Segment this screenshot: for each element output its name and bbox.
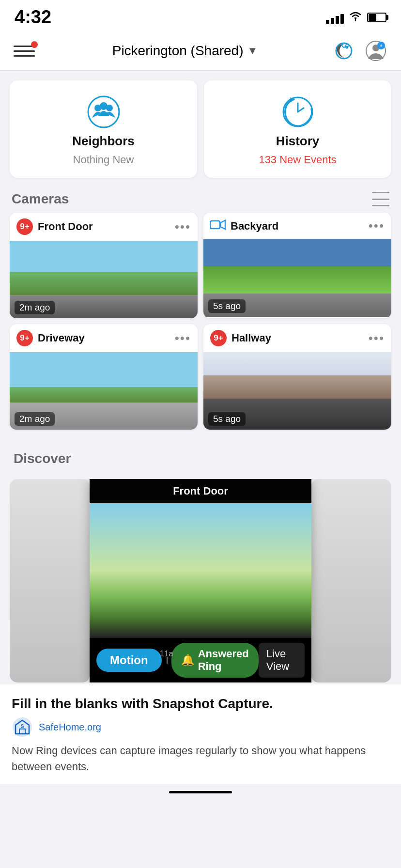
home-indicator: [169, 791, 232, 793]
chevron-down-icon: ▼: [247, 45, 258, 57]
cameras-title: Cameras: [12, 191, 69, 207]
signal-icon: [326, 11, 344, 24]
camera-name: Hallway: [231, 332, 271, 344]
camera-name: Backyard: [231, 220, 278, 232]
location-name: Pickerington (Shared): [112, 43, 244, 59]
moon-mode-button[interactable]: [332, 39, 355, 62]
camera-card-backyard[interactable]: Backyard ••• 5s ago: [203, 213, 391, 318]
svg-rect-12: [210, 221, 220, 229]
status-icons: [326, 10, 386, 25]
history-sublabel: 133 New Events: [259, 154, 336, 166]
notification-badge: 9+: [210, 330, 227, 346]
live-view-button[interactable]: Live View: [259, 643, 305, 678]
camera-card-front-door[interactable]: 9+ Front Door ••• 2m ago: [10, 213, 198, 318]
discover-camera-image: [90, 503, 311, 638]
camera-name-row: 9+ Driveway: [16, 330, 85, 346]
more-options-button[interactable]: •••: [369, 218, 385, 233]
discover-title: Discover: [12, 446, 73, 473]
neighbors-card[interactable]: Neighbors Nothing New: [10, 80, 197, 178]
timestamp-label: 5s ago: [208, 412, 246, 426]
discover-camera-label: Front Door: [173, 485, 228, 497]
camera-thumbnail: 5s ago: [203, 352, 391, 430]
history-card[interactable]: History 133 New Events: [204, 80, 391, 178]
camera-name-row: 9+ Front Door: [16, 218, 93, 235]
discover-playback-bar: Motion 11a 🔔 Answered Ring: [90, 638, 311, 682]
discover-side-left: [10, 479, 90, 682]
svg-marker-13: [220, 220, 225, 229]
profile-button[interactable]: +: [364, 39, 387, 62]
snapshot-description: Now Ring devices can capture images regu…: [12, 743, 389, 775]
camera-thumbnail: 5s ago: [203, 239, 391, 317]
timestamp-label: 2m ago: [15, 412, 55, 426]
menu-button[interactable]: [14, 41, 38, 61]
live-view-label: Live View: [266, 648, 289, 672]
bell-icon: 🔔: [181, 654, 194, 666]
cameras-section-header: Cameras: [0, 183, 401, 213]
camera-card-header: 9+ Driveway •••: [10, 324, 198, 352]
discover-main-header: Front Door: [90, 479, 311, 503]
neighbors-label: Neighbors: [72, 134, 135, 149]
more-options-button[interactable]: •••: [369, 331, 385, 346]
camera-thumbnail: 2m ago: [10, 241, 198, 318]
discover-section: Discover Front Door Motion 11a: [0, 437, 401, 682]
camera-name: Driveway: [38, 332, 85, 344]
neighbors-icon: [87, 95, 121, 129]
status-bar: 4:32: [0, 0, 401, 31]
battery-icon: [367, 13, 386, 22]
safehome-logo-icon: S: [12, 716, 33, 738]
camera-name: Front Door: [38, 220, 93, 233]
motion-filter-button[interactable]: Motion: [96, 649, 162, 672]
answered-ring-label: Answered Ring: [198, 648, 249, 673]
notification-badge: 9+: [16, 218, 33, 235]
camera-card-driveway[interactable]: 9+ Driveway ••• 2m ago: [10, 324, 198, 430]
svg-text:+: +: [380, 43, 383, 48]
history-label: History: [276, 134, 320, 149]
discover-carousel: Front Door Motion 11a: [10, 479, 391, 682]
svg-text:S: S: [21, 724, 24, 729]
more-options-button[interactable]: •••: [175, 331, 191, 346]
camera-card-hallway[interactable]: 9+ Hallway ••• 5s ago: [203, 324, 391, 430]
timeline-area: 11a: [162, 660, 171, 661]
timestamp-label: 5s ago: [208, 299, 246, 313]
video-camera-icon: [210, 219, 226, 233]
safehome-badge: SafeHome.org: [39, 722, 101, 733]
location-selector[interactable]: Pickerington (Shared) ▼: [112, 43, 258, 59]
camera-card-header: 9+ Hallway •••: [203, 324, 391, 352]
neighbors-sublabel: Nothing New: [73, 154, 134, 166]
notification-badge: 9+: [16, 330, 33, 346]
camera-name-row: Backyard: [210, 219, 278, 233]
history-icon: [281, 95, 315, 129]
snapshot-section: Fill in the blanks with Snapshot Capture…: [0, 684, 401, 784]
camera-name-row: 9+ Hallway: [210, 330, 271, 346]
app-header: Pickerington (Shared) ▼ +: [0, 31, 401, 71]
camera-card-header: 9+ Front Door •••: [10, 213, 198, 241]
notification-dot: [31, 41, 38, 48]
list-view-button[interactable]: [372, 192, 389, 206]
snapshot-title: Fill in the blanks with Snapshot Capture…: [12, 696, 389, 712]
timestamp-label: 2m ago: [15, 301, 55, 314]
svg-point-9: [106, 105, 113, 111]
discover-main-card[interactable]: Front Door Motion 11a: [90, 479, 311, 682]
answered-ring-button[interactable]: 🔔 Answered Ring: [171, 643, 259, 678]
quick-cards: Neighbors Nothing New History 133 New Ev…: [0, 71, 401, 183]
camera-card-header: Backyard •••: [203, 213, 391, 239]
motion-label: Motion: [110, 653, 148, 666]
header-actions: +: [332, 39, 387, 62]
cameras-grid: 9+ Front Door ••• 2m ago Backyard •••: [0, 213, 401, 437]
more-options-button[interactable]: •••: [175, 219, 191, 234]
status-time: 4:32: [15, 7, 51, 28]
discover-section-header: Discover: [10, 437, 391, 479]
camera-thumbnail: 2m ago: [10, 352, 198, 430]
discover-side-right: [311, 479, 391, 682]
wifi-icon: [349, 10, 362, 25]
